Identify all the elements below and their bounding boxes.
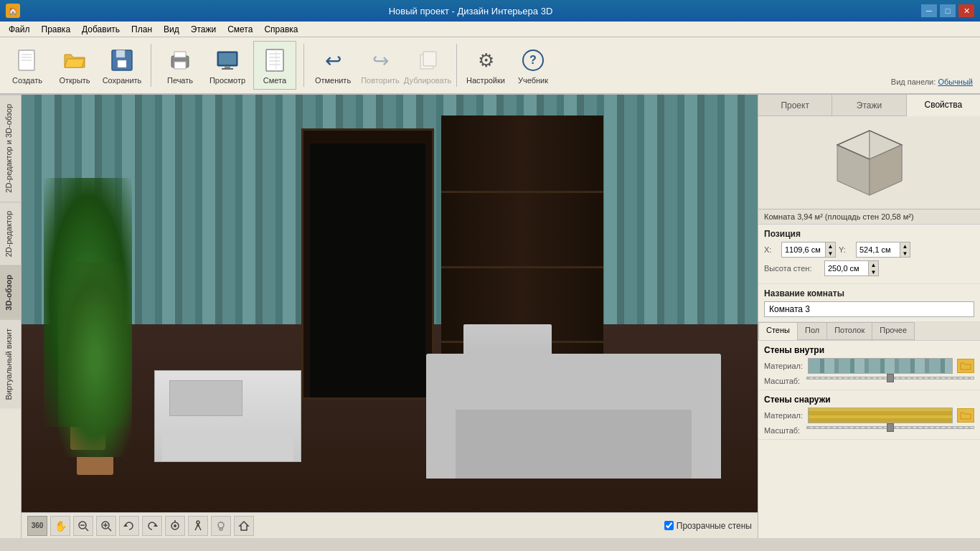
- bottom-toolbar: 360 ✋: [22, 512, 758, 538]
- menu-view[interactable]: Вид: [158, 23, 185, 36]
- redo-label: Повторить: [361, 76, 400, 85]
- btn-rotate-left[interactable]: [119, 516, 139, 536]
- menu-help[interactable]: Справка: [258, 23, 303, 36]
- h-input[interactable]: [825, 263, 868, 274]
- transparent-walls-check[interactable]: [664, 521, 674, 530]
- x-up[interactable]: ▲: [825, 242, 835, 250]
- main-area: 2D-редактор и 3D-обзор 2D-редактор 3D-об…: [0, 95, 980, 538]
- redo-button[interactable]: ↪ Повторить: [359, 41, 402, 90]
- walls-inner-scale-slider[interactable]: [806, 377, 974, 385]
- duplicate-icon: [413, 46, 442, 75]
- walls-inner-scale-row: Масштаб:: [764, 377, 974, 385]
- position-section: Позиция X: ▲ ▼ Y: ▲: [758, 225, 980, 284]
- settings-icon: ⚙: [471, 46, 500, 75]
- settings-button[interactable]: ⚙ Настройки: [464, 41, 507, 90]
- scale-thumb[interactable]: [887, 374, 894, 382]
- tab-2d3d[interactable]: 2D-редактор и 3D-обзор: [0, 95, 21, 202]
- sub-tab-other[interactable]: Прочее: [872, 322, 915, 340]
- btn-walk[interactable]: [188, 516, 208, 536]
- room-info-text: Комната 3,94 м² (площадь стен 20,58 м²): [764, 212, 914, 221]
- menu-bar: Файл Правка Добавить План Вид Этажи Смет…: [0, 22, 980, 37]
- print-icon: [166, 46, 194, 75]
- y-input[interactable]: [857, 244, 900, 255]
- btn-rotate-right[interactable]: [142, 516, 162, 536]
- undo-button[interactable]: ↩ Отменить: [311, 41, 354, 90]
- tab-virtual[interactable]: Виртуальный визит: [0, 319, 21, 409]
- walls-outer-material-label: Материал:: [764, 411, 804, 420]
- btn-home[interactable]: [234, 516, 254, 536]
- y-label: Y:: [839, 245, 853, 254]
- panel-view-link[interactable]: Обычный: [938, 77, 973, 86]
- menu-file[interactable]: Файл: [3, 23, 36, 36]
- plant2-leaves: [58, 262, 132, 457]
- panel-tab-properties[interactable]: Свойства: [907, 95, 980, 116]
- room-info-bar: Комната 3,94 м² (площадь стен 20,58 м²): [758, 209, 980, 225]
- menu-edit[interactable]: Правка: [36, 23, 77, 36]
- preview-label: Просмотр: [209, 76, 245, 85]
- btn-camera[interactable]: [165, 516, 185, 536]
- transparent-walls-checkbox[interactable]: Прозрачные стены: [664, 521, 752, 531]
- menu-add[interactable]: Добавить: [76, 23, 126, 36]
- walls-inner-material-label: Материал:: [764, 362, 804, 370]
- save-button[interactable]: Сохранить: [100, 41, 143, 90]
- btn-zoom-out[interactable]: [73, 516, 93, 536]
- tab-2d[interactable]: 2D-редактор: [0, 202, 21, 265]
- open-button[interactable]: Открыть: [53, 41, 96, 90]
- svg-line-42: [224, 522, 225, 524]
- walls-outer-preview[interactable]: [808, 408, 953, 423]
- panel-tab-project[interactable]: Проект: [758, 95, 832, 116]
- undo-icon: ↩: [319, 46, 347, 75]
- svg-point-38: [218, 522, 224, 528]
- walls-outer-scale-slider[interactable]: [806, 426, 974, 435]
- svg-rect-12: [219, 53, 236, 65]
- restore-button[interactable]: □: [940, 4, 956, 17]
- h-up[interactable]: ▲: [868, 261, 878, 268]
- x-label: X:: [764, 245, 778, 254]
- 3d-viewport[interactable]: [22, 95, 758, 512]
- duplicate-button[interactable]: Дублировать: [406, 41, 449, 90]
- sub-tab-ceiling[interactable]: Потолок: [826, 322, 872, 340]
- shelf-2: [441, 266, 603, 268]
- btn-zoom-in[interactable]: [96, 516, 116, 536]
- y-input-wrap: ▲ ▼: [856, 242, 910, 258]
- x-input[interactable]: [782, 244, 825, 255]
- room-name-input[interactable]: [764, 301, 974, 317]
- btn-360[interactable]: 360: [27, 516, 47, 536]
- walls-inner-texture: [809, 359, 952, 373]
- walls-inner-preview[interactable]: [808, 358, 953, 374]
- btn-hand[interactable]: ✋: [50, 516, 70, 536]
- right-panel: Проект Этажи Свойства: [758, 95, 980, 538]
- menu-floors[interactable]: Этажи: [185, 23, 222, 36]
- minimize-button[interactable]: ─: [921, 4, 937, 17]
- menu-plan[interactable]: План: [126, 23, 158, 36]
- y-down[interactable]: ▼: [900, 250, 910, 257]
- print-button[interactable]: Печать: [159, 41, 202, 90]
- y-up[interactable]: ▲: [900, 242, 910, 250]
- x-down[interactable]: ▼: [825, 250, 835, 257]
- svg-rect-8: [174, 52, 186, 57]
- x-input-wrap: ▲ ▼: [781, 242, 836, 258]
- tutorial-button[interactable]: ? Учебник: [512, 41, 555, 90]
- create-button[interactable]: Создать: [6, 41, 49, 90]
- h-spinners: ▲ ▼: [868, 261, 878, 276]
- h-down[interactable]: ▼: [868, 268, 878, 276]
- walls-outer-folder-btn[interactable]: [957, 408, 974, 423]
- sub-tab-walls[interactable]: Стены: [758, 322, 798, 340]
- scale-thumb-outer[interactable]: [887, 423, 894, 432]
- menu-estimate[interactable]: Смета: [222, 23, 258, 36]
- settings-label: Настройки: [466, 76, 505, 85]
- estimate-button[interactable]: Смета: [253, 41, 296, 90]
- close-button[interactable]: ✕: [958, 4, 974, 17]
- toolbar-separator-1: [151, 44, 151, 87]
- preview-button[interactable]: Просмотр: [206, 41, 249, 90]
- walls-outer-texture: [809, 408, 952, 423]
- panel-tab-floors[interactable]: Этажи: [832, 95, 906, 116]
- tab-3d[interactable]: 3D-обзор: [0, 265, 21, 319]
- svg-rect-22: [423, 52, 436, 66]
- btn-light[interactable]: [211, 516, 231, 536]
- walls-inner-material-row: Материал:: [764, 358, 974, 374]
- walls-inner-folder-btn[interactable]: [957, 359, 974, 373]
- save-icon: [108, 46, 136, 75]
- sub-tab-floor[interactable]: Пол: [797, 322, 827, 340]
- door: [301, 128, 434, 400]
